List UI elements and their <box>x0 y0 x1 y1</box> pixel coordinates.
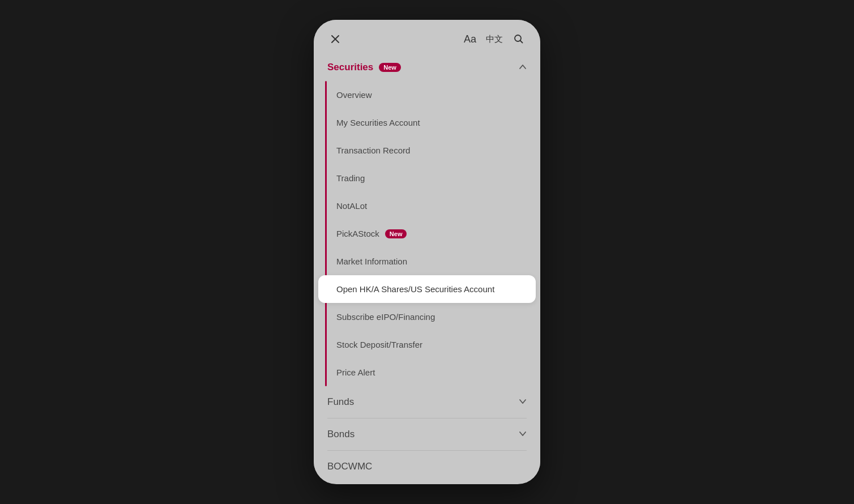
transaction-record-label: Transaction Record <box>336 146 410 155</box>
menu-content: Securities New Overview My Securities Ac… <box>314 54 540 482</box>
stock-deposit-label: Stock Deposit/Transfer <box>336 340 422 349</box>
menu-item-trading[interactable]: Trading <box>314 164 540 192</box>
menu-item-pickastock[interactable]: PickAStock New <box>314 220 540 247</box>
menu-item-stock-deposit[interactable]: Stock Deposit/Transfer <box>314 331 540 358</box>
notalot-label: NotALot <box>336 201 367 211</box>
menu-item-my-securities-account[interactable]: My Securities Account <box>314 109 540 136</box>
pickastock-label: PickAStock <box>336 229 379 238</box>
securities-label: Securities <box>327 62 373 73</box>
menu-item-market-information[interactable]: Market Information <box>314 247 540 275</box>
menu-item-subscribe-eipo[interactable]: Subscribe eIPO/Financing <box>314 303 540 331</box>
securities-chevron-up-icon <box>519 63 527 72</box>
bonds-section-header[interactable]: Bonds <box>314 418 540 450</box>
pickastock-new-badge: New <box>385 229 407 238</box>
funds-section-header[interactable]: Funds <box>314 386 540 418</box>
font-size-label: Aa <box>464 33 476 45</box>
overview-label: Overview <box>336 90 372 100</box>
bocwmc-label: BOCWMC <box>327 461 372 472</box>
svg-line-3 <box>520 41 523 43</box>
funds-label: Funds <box>327 396 354 408</box>
menu-item-notalot[interactable]: NotALot <box>314 192 540 220</box>
menu-item-transaction-record[interactable]: Transaction Record <box>314 136 540 164</box>
search-icon[interactable] <box>511 31 527 47</box>
securities-new-badge: New <box>379 63 401 72</box>
menu-item-open-account[interactable]: Open HK/A Shares/US Securities Account <box>318 275 536 303</box>
securities-section-header[interactable]: Securities New <box>314 54 540 81</box>
bonds-chevron-down-icon <box>519 430 527 439</box>
trading-label: Trading <box>336 173 365 183</box>
language-button[interactable]: 中文 <box>486 34 503 45</box>
top-bar-right: Aa 中文 <box>462 31 527 47</box>
price-alert-label: Price Alert <box>336 368 375 377</box>
open-account-label: Open HK/A Shares/US Securities Account <box>336 284 494 294</box>
font-size-icon[interactable]: Aa <box>462 31 478 47</box>
menu-item-price-alert[interactable]: Price Alert <box>314 358 540 386</box>
securities-title: Securities New <box>327 62 401 73</box>
subscribe-eipo-label: Subscribe eIPO/Financing <box>336 312 435 322</box>
phone-frame: Aa 中文 Securities New <box>314 20 540 484</box>
funds-chevron-down-icon <box>519 398 527 407</box>
securities-items-container: Overview My Securities Account Transacti… <box>314 81 540 386</box>
top-bar: Aa 中文 <box>314 20 540 54</box>
menu-item-overview[interactable]: Overview <box>314 81 540 109</box>
bonds-label: Bonds <box>327 429 355 440</box>
close-icon[interactable] <box>327 31 343 47</box>
bocwmc-item[interactable]: BOCWMC <box>314 451 540 482</box>
my-securities-account-label: My Securities Account <box>336 118 420 127</box>
market-information-label: Market Information <box>336 257 407 266</box>
